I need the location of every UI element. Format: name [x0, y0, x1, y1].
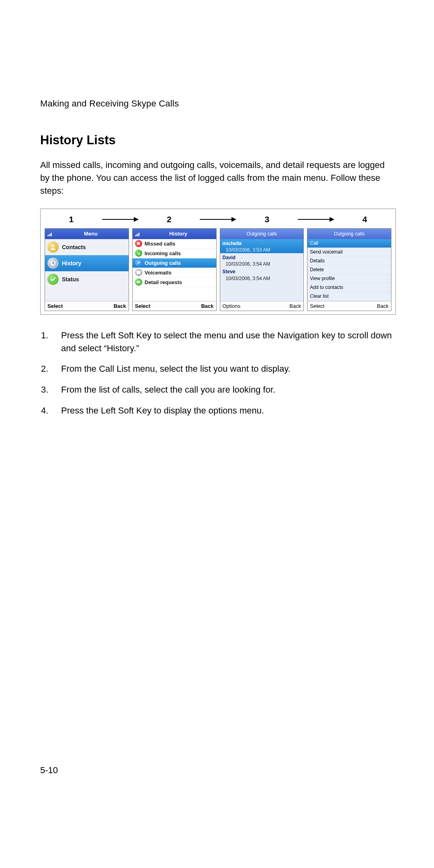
softkey-left[interactable]: Select	[310, 303, 324, 309]
call-entry[interactable]: Steve 10/03/2006, 3:54 AM	[220, 267, 304, 281]
step-item: 1. Press the Left Soft Key to select the…	[40, 329, 396, 355]
history-item-voicemails[interactable]: ☎ Voicemails	[133, 268, 216, 278]
softkey-right[interactable]: Back	[201, 303, 213, 309]
signal-icon	[47, 231, 53, 236]
option-label: Clear list	[310, 293, 329, 299]
screen-menu: Menu Contacts History	[45, 228, 129, 311]
option-label: Delete	[310, 267, 324, 272]
screens-row: Menu Contacts History	[45, 228, 391, 311]
arrow-icon	[102, 219, 138, 220]
softkey-left[interactable]: Select	[135, 303, 150, 309]
softkey-left[interactable]: Select	[47, 303, 63, 309]
option-label: Add to contacts	[310, 285, 343, 290]
option-label: Send voicemail	[310, 249, 342, 255]
call-timestamp: 10/03/2006, 3:54 AM	[223, 261, 301, 267]
screen-body: Contacts History Status	[45, 239, 129, 301]
step-number: 1.	[40, 329, 61, 355]
svg-point-0	[52, 245, 54, 247]
step-arrow-row: 1 2 3 4	[45, 212, 391, 228]
menu-item-status[interactable]: Status	[45, 271, 129, 287]
softkey-bar: Options Back	[220, 301, 304, 311]
history-item-incoming[interactable]: ↘ Incoming calls	[133, 249, 216, 258]
option-view-profile[interactable]: View profile	[307, 274, 391, 283]
menu-item-label: History	[62, 260, 81, 266]
option-clear-list[interactable]: Clear list	[307, 292, 391, 301]
titlebar: Menu	[45, 229, 129, 239]
history-item-details[interactable]: ✉ Detail requests	[133, 278, 216, 287]
step-number-3: 3	[264, 215, 269, 224]
intro-paragraph: All missed calls, incoming and outgoing …	[40, 159, 396, 197]
screen-options: Outgoing calls Call Send voicemail Detai…	[307, 228, 391, 311]
step-number-1: 1	[69, 215, 74, 224]
step-item: 4. Press the Left Soft Key to display th…	[40, 404, 396, 417]
call-entry[interactable]: michelle 10/03/2006, 3:53 AM	[220, 239, 304, 253]
section-header: Making and Receiving Skype Calls	[40, 98, 396, 109]
history-item-label: Incoming calls	[145, 250, 181, 256]
call-timestamp: 10/03/2006, 3:54 AM	[223, 275, 301, 282]
screen-body: Call Send voicemail Details Delete View …	[307, 239, 391, 301]
manual-page: Making and Receiving Skype Calls History…	[0, 0, 434, 868]
step-number-2: 2	[167, 215, 172, 224]
softkey-bar: Select Back	[133, 301, 216, 311]
signal-icon	[135, 231, 141, 236]
option-label: Call	[310, 240, 318, 246]
call-entry[interactable]: David 10/03/2006, 3:54 AM	[220, 253, 304, 267]
clock-icon	[47, 258, 59, 269]
option-label: View profile	[310, 276, 335, 281]
contacts-icon	[47, 242, 59, 253]
call-name: michelle	[223, 240, 301, 247]
screen-body: michelle 10/03/2006, 3:53 AM David 10/03…	[220, 239, 304, 301]
option-call[interactable]: Call	[307, 239, 391, 248]
softkey-right[interactable]: Back	[377, 303, 389, 309]
step-item: 2. From the Call List menu, select the l…	[40, 362, 396, 375]
option-send-voicemail[interactable]: Send voicemail	[307, 248, 391, 257]
softkey-right[interactable]: Back	[114, 303, 126, 309]
incoming-icon: ↘	[135, 250, 142, 257]
screen-body: ✖ Missed calls ↘ Incoming calls ↗ Outgoi…	[133, 239, 216, 301]
menu-item-contacts[interactable]: Contacts	[45, 239, 129, 255]
figure-box: 1 2 3 4 Menu Contacts	[40, 209, 396, 315]
menu-item-label: Status	[62, 276, 79, 283]
titlebar: Outgoing calls	[220, 229, 304, 239]
history-item-missed[interactable]: ✖ Missed calls	[133, 239, 216, 249]
voicemail-icon: ☎	[135, 269, 142, 276]
step-item: 3. From the list of calls, select the ca…	[40, 383, 396, 396]
step-number: 3.	[40, 383, 61, 396]
steps-list: 1. Press the Left Soft Key to select the…	[40, 329, 396, 417]
history-item-label: Missed calls	[145, 241, 176, 247]
option-add-to-contacts[interactable]: Add to contacts	[307, 283, 391, 292]
titlebar-title: History	[143, 231, 214, 237]
option-delete[interactable]: Delete	[307, 266, 391, 274]
arrow-icon	[200, 219, 236, 220]
screen-outgoing-list: Outgoing calls michelle 10/03/2006, 3:53…	[220, 228, 304, 311]
softkey-bar: Select Back	[307, 301, 391, 311]
softkey-right[interactable]: Back	[289, 303, 301, 309]
history-item-outgoing[interactable]: ↗ Outgoing calls	[133, 258, 216, 268]
step-text: From the Call List menu, select the list…	[61, 362, 396, 375]
history-item-label: Outgoing calls	[145, 260, 181, 266]
titlebar: Outgoing calls	[307, 229, 391, 239]
softkey-bar: Select Back	[45, 301, 129, 311]
history-item-label: Voicemails	[145, 270, 172, 276]
step-text: Press the Left Soft Key to select the me…	[61, 329, 396, 355]
call-timestamp: 10/03/2006, 3:53 AM	[223, 247, 301, 253]
menu-item-label: Contacts	[62, 244, 86, 250]
missed-icon: ✖	[135, 240, 142, 247]
call-name: David	[223, 254, 301, 261]
titlebar-title: Outgoing calls	[246, 231, 277, 237]
check-icon	[47, 274, 59, 285]
step-number-4: 4	[362, 215, 367, 224]
option-label: Details	[310, 258, 325, 264]
page-number: 5-10	[40, 765, 58, 776]
history-item-label: Detail requests	[145, 279, 182, 285]
arrow-icon	[298, 219, 334, 220]
menu-item-history[interactable]: History	[45, 255, 129, 271]
detail-icon: ✉	[135, 278, 142, 286]
step-number: 2.	[40, 362, 61, 375]
page-title: History Lists	[40, 133, 396, 147]
option-details[interactable]: Details	[307, 257, 391, 266]
screen-history: History ✖ Missed calls ↘ Incoming calls …	[132, 228, 217, 311]
softkey-left[interactable]: Options	[223, 303, 241, 309]
call-name: Steve	[223, 268, 301, 275]
step-number: 4.	[40, 404, 61, 417]
